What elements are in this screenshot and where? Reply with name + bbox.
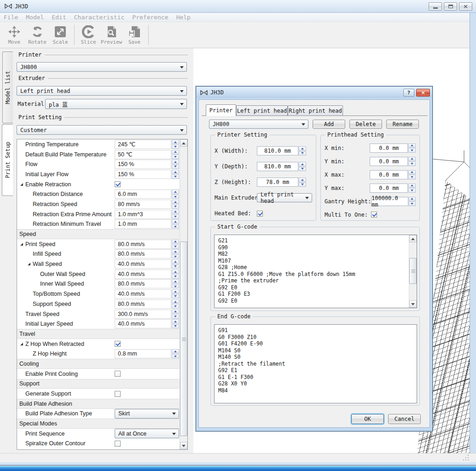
expander-icon[interactable] bbox=[20, 243, 23, 246]
spin-down-button[interactable] bbox=[172, 284, 179, 289]
tab-right-print-head[interactable]: Right print head bbox=[288, 105, 343, 115]
cancel-button[interactable]: Cancel bbox=[388, 414, 421, 424]
setting-value-input[interactable]: 150 % bbox=[115, 160, 171, 169]
spin-up-button[interactable] bbox=[172, 219, 179, 224]
settings-row[interactable]: Outer Wall Speed40.0 mm/s bbox=[17, 269, 180, 279]
save-button[interactable]: Save bbox=[123, 22, 146, 48]
settings-row[interactable]: Printing Temperature245 ℃ bbox=[17, 139, 180, 149]
spinner[interactable] bbox=[299, 146, 306, 155]
setting-value-input[interactable]: 1.0 mm bbox=[115, 219, 171, 229]
settings-row[interactable]: Z Hop Height0.8 mm bbox=[17, 349, 180, 359]
spin-down-button[interactable] bbox=[172, 324, 179, 329]
checkbox[interactable] bbox=[371, 212, 377, 218]
settings-row[interactable]: Infill Speed80.0 mm/s bbox=[17, 249, 180, 259]
checkbox[interactable] bbox=[115, 371, 121, 377]
spin-up-button[interactable] bbox=[172, 190, 179, 194]
spin-up-button[interactable] bbox=[172, 170, 179, 174]
scroll-up-button[interactable] bbox=[180, 139, 187, 147]
spinner[interactable] bbox=[299, 178, 306, 187]
spin-down-button[interactable] bbox=[172, 354, 179, 359]
spin-up-button[interactable] bbox=[299, 162, 306, 167]
spinner[interactable] bbox=[172, 289, 179, 299]
material-select[interactable]: pla 蓝 bbox=[45, 99, 187, 109]
menu-help[interactable]: Help bbox=[176, 14, 191, 21]
spin-down-button[interactable] bbox=[172, 165, 179, 169]
spinner[interactable] bbox=[172, 270, 179, 279]
spin-up-button[interactable] bbox=[172, 140, 179, 144]
spinner[interactable] bbox=[172, 210, 179, 219]
spin-up-button[interactable] bbox=[299, 178, 306, 182]
settings-row[interactable]: Retraction Speed80 mm/s bbox=[17, 199, 180, 209]
settings-row[interactable]: Retraction Extra Prime Amount1.0 mm^3 bbox=[17, 209, 180, 219]
spin-down-button[interactable] bbox=[408, 188, 416, 193]
delete-button[interactable]: Delete bbox=[349, 120, 382, 129]
expander-icon[interactable] bbox=[20, 343, 23, 345]
spinner[interactable] bbox=[409, 197, 416, 206]
spinner[interactable] bbox=[408, 184, 416, 193]
spin-down-button[interactable] bbox=[408, 148, 416, 153]
settings-row[interactable]: Z Hop When Retracted bbox=[17, 339, 180, 349]
settings-row[interactable]: Default Build Plate Temperature50 ℃ bbox=[17, 149, 180, 160]
spinner[interactable] bbox=[172, 140, 179, 149]
spinner[interactable] bbox=[172, 279, 179, 288]
spinner[interactable] bbox=[172, 170, 179, 179]
settings-row[interactable]: Initial Layer Flow150 % bbox=[17, 169, 180, 179]
settings-row[interactable]: Initial Layer Speed40.0 mm/s bbox=[17, 319, 180, 329]
setting-value-input[interactable]: 50 ℃ bbox=[115, 150, 171, 159]
spin-down-button[interactable] bbox=[172, 155, 179, 159]
checkbox[interactable] bbox=[115, 391, 121, 397]
spin-up-button[interactable] bbox=[409, 197, 416, 201]
scrollbar-thumb[interactable] bbox=[409, 258, 417, 284]
resize-grip-icon[interactable] bbox=[463, 455, 469, 460]
rename-button[interactable]: Rename bbox=[386, 120, 419, 129]
start-gcode-scrollbar[interactable] bbox=[409, 235, 417, 308]
spin-up-button[interactable] bbox=[172, 259, 179, 264]
menu-model[interactable]: Model bbox=[26, 14, 44, 21]
setting-value-input[interactable]: 6.0 mm bbox=[115, 190, 171, 199]
scroll-up-button[interactable] bbox=[409, 235, 417, 242]
scrollbar-thumb[interactable] bbox=[180, 241, 187, 436]
checkbox[interactable] bbox=[257, 211, 263, 217]
minimize-button[interactable] bbox=[429, 2, 442, 11]
spinner[interactable] bbox=[172, 249, 179, 258]
spin-up-button[interactable] bbox=[172, 349, 179, 354]
settings-row[interactable]: Enable Retraction bbox=[17, 179, 180, 190]
menu-file[interactable]: File bbox=[4, 14, 18, 21]
setting-value-input[interactable]: 150 % bbox=[115, 170, 171, 179]
spin-down-button[interactable] bbox=[299, 151, 306, 156]
setting-value-input[interactable]: 40.0 mm/s bbox=[115, 270, 171, 279]
spinner[interactable] bbox=[172, 349, 179, 358]
spinner[interactable] bbox=[172, 240, 179, 249]
spin-down-button[interactable] bbox=[172, 314, 179, 319]
setting-value-input[interactable]: 245 ℃ bbox=[115, 140, 171, 149]
tab-left-print-head[interactable]: Left print head bbox=[236, 105, 288, 115]
field-value-input[interactable]: 78.0 mm bbox=[257, 178, 298, 187]
expander-icon[interactable] bbox=[28, 263, 30, 265]
setting-value-input[interactable]: 40.0 mm/s bbox=[115, 289, 171, 299]
ok-button[interactable]: OK bbox=[351, 414, 384, 424]
spin-down-button[interactable] bbox=[172, 264, 179, 269]
tab-print-setup[interactable]: Print Setup bbox=[2, 124, 13, 196]
spin-down-button[interactable] bbox=[299, 183, 306, 187]
maximize-button[interactable] bbox=[444, 2, 457, 11]
setting-value-input[interactable]: 80.0 mm/s bbox=[115, 249, 171, 258]
settings-row[interactable]: Retraction Distance6.0 mm bbox=[17, 189, 180, 199]
settings-row[interactable]: Generate Support bbox=[17, 389, 180, 399]
setting-value-input[interactable]: 80 mm/s bbox=[115, 200, 171, 209]
printer-select[interactable]: JH800 bbox=[17, 62, 187, 72]
setting-value-input[interactable]: 40.0 mm/s bbox=[115, 259, 171, 269]
spin-up-button[interactable] bbox=[172, 279, 179, 284]
spinner[interactable] bbox=[172, 219, 179, 229]
spin-down-button[interactable] bbox=[299, 167, 306, 172]
spinner[interactable] bbox=[172, 150, 179, 159]
spin-down-button[interactable] bbox=[408, 161, 416, 166]
spin-up-button[interactable] bbox=[408, 144, 416, 148]
print-setting-select[interactable]: Customer bbox=[17, 125, 187, 135]
tab-model-list[interactable]: Model list bbox=[2, 52, 13, 123]
setting-value-input[interactable]: 80.0 mm/s bbox=[115, 240, 171, 249]
preview-button[interactable]: Preview bbox=[100, 22, 123, 48]
setting-value-input[interactable]: 0.8 mm bbox=[115, 349, 171, 358]
spinner[interactable] bbox=[172, 190, 179, 199]
spin-up-button[interactable] bbox=[299, 146, 306, 151]
field-value-input[interactable]: 0.0 mm bbox=[370, 184, 408, 193]
